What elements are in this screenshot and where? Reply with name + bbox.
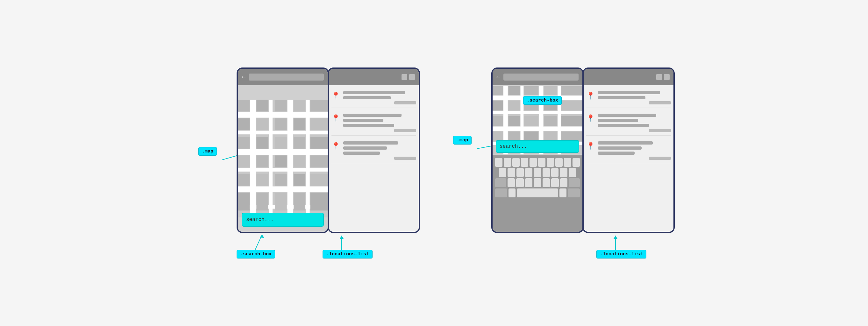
key	[551, 178, 558, 187]
locations-list-2: 📍 📍	[584, 85, 674, 233]
key	[507, 168, 515, 177]
list-line-end	[649, 157, 671, 160]
pin-icon-2: 📍	[332, 114, 340, 123]
svg-rect-45	[293, 193, 305, 210]
right-phone-header-2	[584, 69, 674, 85]
list-item-4: 📍	[586, 88, 671, 108]
header-icons-1	[402, 74, 415, 80]
svg-rect-16	[306, 100, 310, 218]
phone-right-2: 📍 📍	[582, 67, 675, 233]
diagram-2: ←	[453, 55, 670, 271]
svg-marker-5	[340, 236, 344, 239]
list-item-5: 📍	[586, 110, 671, 136]
list-line	[598, 146, 642, 150]
key	[538, 158, 546, 167]
pin-icon-6: 📍	[586, 142, 595, 151]
phone-right-1: 📍 📍	[328, 67, 420, 233]
list-content-1: 📍 📍	[329, 85, 419, 233]
list-item-2: 📍	[332, 110, 416, 136]
svg-rect-15	[287, 100, 293, 218]
annotation-searchbox-2: .search-box	[523, 96, 562, 105]
key	[542, 168, 550, 177]
list-line	[598, 124, 649, 127]
svg-rect-25	[293, 119, 305, 130]
svg-rect-30	[293, 137, 305, 149]
search-box-1[interactable]: search...	[242, 213, 324, 227]
keyboard-row-4	[495, 189, 580, 197]
svg-rect-62	[493, 86, 503, 95]
list-line-end	[649, 101, 671, 104]
svg-rect-28	[256, 137, 268, 149]
key	[521, 158, 528, 167]
right-phone-header-1	[329, 69, 419, 85]
pin-icon-3: 📍	[332, 142, 340, 151]
pin-icon-4: 📍	[586, 92, 595, 100]
key	[525, 178, 532, 187]
back-arrow-icon-2: ←	[496, 73, 500, 81]
keyboard-row-3	[495, 178, 580, 187]
list-line	[343, 141, 398, 144]
search-input-text-2: search...	[500, 143, 527, 149]
list-item-lines-5	[598, 113, 671, 132]
pin-icon-1: 📍	[332, 92, 340, 100]
svg-rect-19	[275, 100, 287, 111]
svg-rect-44	[275, 193, 287, 210]
list-line	[598, 113, 656, 117]
keyboard-row-2	[495, 168, 580, 177]
back-arrow-icon: ←	[242, 73, 246, 81]
key	[495, 158, 502, 167]
svg-rect-29	[275, 137, 287, 149]
list-item-lines-1	[343, 91, 416, 104]
list-line	[598, 91, 660, 94]
key-num	[495, 189, 507, 197]
svg-rect-34	[275, 155, 287, 167]
svg-rect-38	[256, 174, 268, 186]
list-item-lines-3	[343, 141, 416, 160]
key	[507, 178, 515, 187]
svg-rect-42	[238, 193, 250, 210]
svg-rect-75	[544, 116, 557, 126]
list-line	[343, 113, 402, 117]
window-icon-1	[402, 74, 407, 80]
svg-rect-37	[238, 174, 250, 186]
list-item-lines-2	[343, 113, 416, 132]
phone-content-1: search...	[238, 85, 328, 232]
key	[504, 158, 511, 167]
key	[499, 168, 506, 177]
svg-rect-43	[256, 193, 268, 210]
main-container: ←	[0, 42, 868, 284]
list-content-2: 📍 📍	[584, 85, 674, 233]
phone-header-2: ←	[493, 69, 582, 85]
svg-rect-41	[310, 174, 328, 186]
search-box-2[interactable]: search...	[496, 140, 579, 153]
key	[534, 178, 541, 187]
search-input-text-1: search...	[246, 217, 274, 223]
window-icon-2	[409, 74, 415, 80]
svg-rect-31	[310, 137, 328, 149]
diagram-1: ←	[198, 55, 396, 271]
keyboard-row-1	[495, 158, 580, 167]
svg-line-2	[254, 235, 262, 252]
annotation-map-1: .map	[198, 147, 217, 156]
key	[516, 178, 524, 187]
key	[560, 168, 567, 177]
key	[508, 189, 516, 197]
key	[564, 158, 571, 167]
list-line	[343, 119, 383, 122]
svg-rect-64	[524, 86, 538, 95]
locations-list-1: 📍 📍	[329, 85, 419, 233]
svg-rect-22	[238, 119, 250, 130]
key	[559, 189, 566, 197]
phone-left-1: ←	[237, 67, 329, 233]
list-line	[598, 96, 645, 99]
key	[547, 158, 554, 167]
key	[555, 158, 563, 167]
list-line	[598, 119, 638, 122]
list-line-end	[394, 101, 416, 104]
key-space	[517, 189, 558, 197]
key	[542, 178, 550, 187]
svg-rect-17	[238, 100, 250, 111]
svg-rect-24	[275, 119, 287, 130]
map-with-keyboard: search...	[493, 85, 582, 232]
map-svg-1	[238, 85, 328, 232]
